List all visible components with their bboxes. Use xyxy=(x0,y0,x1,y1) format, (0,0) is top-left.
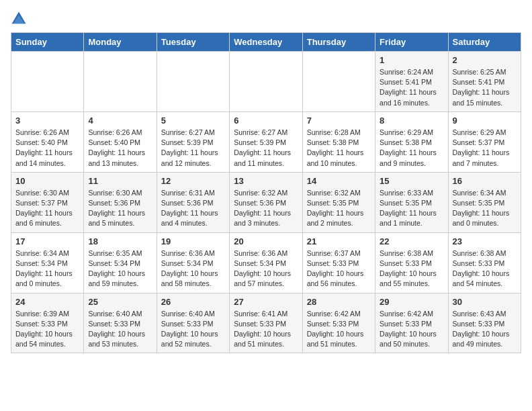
calendar-cell: 17Sunrise: 6:34 AM Sunset: 5:34 PM Dayli… xyxy=(11,232,84,293)
day-info: Sunrise: 6:38 AM Sunset: 5:33 PM Dayligh… xyxy=(380,248,443,289)
calendar-cell: 25Sunrise: 6:40 AM Sunset: 5:33 PM Dayli… xyxy=(84,293,157,353)
weekday-header-tuesday: Tuesday xyxy=(157,33,229,52)
calendar-cell: 4Sunrise: 6:26 AM Sunset: 5:40 PM Daylig… xyxy=(84,111,157,172)
day-number: 27 xyxy=(234,297,298,307)
page-header xyxy=(11,11,521,27)
day-number: 10 xyxy=(15,176,79,186)
day-info: Sunrise: 6:37 AM Sunset: 5:33 PM Dayligh… xyxy=(307,248,371,289)
calendar-cell: 23Sunrise: 6:38 AM Sunset: 5:33 PM Dayli… xyxy=(448,232,521,293)
weekday-header-sunday: Sunday xyxy=(11,33,84,52)
day-number: 17 xyxy=(15,236,79,246)
calendar-cell: 1Sunrise: 6:24 AM Sunset: 5:41 PM Daylig… xyxy=(375,52,448,112)
calendar-cell: 27Sunrise: 6:41 AM Sunset: 5:33 PM Dayli… xyxy=(230,293,302,353)
calendar-cell xyxy=(84,52,157,112)
calendar-cell: 26Sunrise: 6:40 AM Sunset: 5:33 PM Dayli… xyxy=(157,293,229,353)
calendar-cell: 3Sunrise: 6:26 AM Sunset: 5:40 PM Daylig… xyxy=(11,111,84,172)
day-info: Sunrise: 6:39 AM Sunset: 5:33 PM Dayligh… xyxy=(15,309,79,350)
calendar-cell: 9Sunrise: 6:29 AM Sunset: 5:37 PM Daylig… xyxy=(448,111,521,172)
day-info: Sunrise: 6:34 AM Sunset: 5:35 PM Dayligh… xyxy=(453,188,517,229)
calendar-week-5: 24Sunrise: 6:39 AM Sunset: 5:33 PM Dayli… xyxy=(11,293,521,353)
day-number: 19 xyxy=(161,236,225,246)
weekday-header-wednesday: Wednesday xyxy=(230,33,302,52)
calendar-cell: 11Sunrise: 6:30 AM Sunset: 5:36 PM Dayli… xyxy=(84,172,157,232)
calendar-cell: 10Sunrise: 6:30 AM Sunset: 5:37 PM Dayli… xyxy=(11,172,84,232)
weekday-header-row: SundayMondayTuesdayWednesdayThursdayFrid… xyxy=(11,33,521,52)
day-number: 18 xyxy=(88,236,152,246)
day-number: 16 xyxy=(453,176,517,186)
day-info: Sunrise: 6:30 AM Sunset: 5:37 PM Dayligh… xyxy=(15,188,79,229)
day-info: Sunrise: 6:33 AM Sunset: 5:35 PM Dayligh… xyxy=(380,188,443,229)
day-info: Sunrise: 6:43 AM Sunset: 5:33 PM Dayligh… xyxy=(453,309,517,350)
day-info: Sunrise: 6:24 AM Sunset: 5:41 PM Dayligh… xyxy=(380,67,443,108)
calendar-cell: 2Sunrise: 6:25 AM Sunset: 5:41 PM Daylig… xyxy=(448,52,521,112)
day-number: 7 xyxy=(307,116,371,126)
logo xyxy=(11,11,30,27)
day-number: 29 xyxy=(380,297,443,307)
day-number: 3 xyxy=(15,116,79,126)
day-number: 30 xyxy=(453,297,517,307)
day-number: 28 xyxy=(307,297,371,307)
weekday-header-saturday: Saturday xyxy=(448,33,521,52)
day-info: Sunrise: 6:38 AM Sunset: 5:33 PM Dayligh… xyxy=(453,248,517,289)
weekday-header-monday: Monday xyxy=(84,33,157,52)
weekday-header-thursday: Thursday xyxy=(302,33,375,52)
day-number: 9 xyxy=(453,116,517,126)
calendar-cell xyxy=(11,52,84,112)
day-number: 13 xyxy=(234,176,298,186)
day-number: 8 xyxy=(380,116,443,126)
day-info: Sunrise: 6:42 AM Sunset: 5:33 PM Dayligh… xyxy=(307,309,371,350)
day-number: 20 xyxy=(234,236,298,246)
weekday-header-friday: Friday xyxy=(375,33,448,52)
day-info: Sunrise: 6:31 AM Sunset: 5:36 PM Dayligh… xyxy=(161,188,225,229)
calendar-cell: 16Sunrise: 6:34 AM Sunset: 5:35 PM Dayli… xyxy=(448,172,521,232)
day-number: 21 xyxy=(307,236,371,246)
calendar-cell: 29Sunrise: 6:42 AM Sunset: 5:33 PM Dayli… xyxy=(375,293,448,353)
calendar-cell: 5Sunrise: 6:27 AM Sunset: 5:39 PM Daylig… xyxy=(157,111,229,172)
day-info: Sunrise: 6:32 AM Sunset: 5:35 PM Dayligh… xyxy=(307,188,371,229)
calendar-cell: 7Sunrise: 6:28 AM Sunset: 5:38 PM Daylig… xyxy=(302,111,375,172)
calendar-cell xyxy=(302,52,375,112)
day-info: Sunrise: 6:27 AM Sunset: 5:39 PM Dayligh… xyxy=(234,128,298,169)
day-number: 22 xyxy=(380,236,443,246)
day-number: 4 xyxy=(88,116,152,126)
day-number: 25 xyxy=(88,297,152,307)
day-number: 26 xyxy=(161,297,225,307)
day-info: Sunrise: 6:34 AM Sunset: 5:34 PM Dayligh… xyxy=(15,248,79,289)
day-info: Sunrise: 6:29 AM Sunset: 5:38 PM Dayligh… xyxy=(380,128,443,169)
day-info: Sunrise: 6:30 AM Sunset: 5:36 PM Dayligh… xyxy=(88,188,152,229)
day-info: Sunrise: 6:35 AM Sunset: 5:34 PM Dayligh… xyxy=(88,248,152,289)
day-info: Sunrise: 6:25 AM Sunset: 5:41 PM Dayligh… xyxy=(453,67,517,108)
day-number: 1 xyxy=(380,55,443,65)
calendar-cell: 24Sunrise: 6:39 AM Sunset: 5:33 PM Dayli… xyxy=(11,293,84,353)
calendar-cell: 6Sunrise: 6:27 AM Sunset: 5:39 PM Daylig… xyxy=(230,111,302,172)
calendar-cell: 20Sunrise: 6:36 AM Sunset: 5:34 PM Dayli… xyxy=(230,232,302,293)
day-info: Sunrise: 6:29 AM Sunset: 5:37 PM Dayligh… xyxy=(453,128,517,169)
calendar-cell xyxy=(230,52,302,112)
day-info: Sunrise: 6:27 AM Sunset: 5:39 PM Dayligh… xyxy=(161,128,225,169)
day-number: 12 xyxy=(161,176,225,186)
calendar-header: SundayMondayTuesdayWednesdayThursdayFrid… xyxy=(11,33,521,52)
day-info: Sunrise: 6:41 AM Sunset: 5:33 PM Dayligh… xyxy=(234,309,298,350)
calendar-cell: 14Sunrise: 6:32 AM Sunset: 5:35 PM Dayli… xyxy=(302,172,375,232)
calendar-week-3: 10Sunrise: 6:30 AM Sunset: 5:37 PM Dayli… xyxy=(11,172,521,232)
day-info: Sunrise: 6:40 AM Sunset: 5:33 PM Dayligh… xyxy=(161,309,225,350)
calendar-cell: 21Sunrise: 6:37 AM Sunset: 5:33 PM Dayli… xyxy=(302,232,375,293)
day-info: Sunrise: 6:36 AM Sunset: 5:34 PM Dayligh… xyxy=(161,248,225,289)
day-info: Sunrise: 6:32 AM Sunset: 5:36 PM Dayligh… xyxy=(234,188,298,229)
calendar-cell: 13Sunrise: 6:32 AM Sunset: 5:36 PM Dayli… xyxy=(230,172,302,232)
day-info: Sunrise: 6:40 AM Sunset: 5:33 PM Dayligh… xyxy=(88,309,152,350)
calendar-cell: 28Sunrise: 6:42 AM Sunset: 5:33 PM Dayli… xyxy=(302,293,375,353)
calendar-cell: 12Sunrise: 6:31 AM Sunset: 5:36 PM Dayli… xyxy=(157,172,229,232)
day-number: 6 xyxy=(234,116,298,126)
day-info: Sunrise: 6:28 AM Sunset: 5:38 PM Dayligh… xyxy=(307,128,371,169)
calendar-cell: 8Sunrise: 6:29 AM Sunset: 5:38 PM Daylig… xyxy=(375,111,448,172)
calendar-cell: 30Sunrise: 6:43 AM Sunset: 5:33 PM Dayli… xyxy=(448,293,521,353)
calendar-body: 1Sunrise: 6:24 AM Sunset: 5:41 PM Daylig… xyxy=(11,52,521,353)
calendar-cell: 19Sunrise: 6:36 AM Sunset: 5:34 PM Dayli… xyxy=(157,232,229,293)
calendar-week-1: 1Sunrise: 6:24 AM Sunset: 5:41 PM Daylig… xyxy=(11,52,521,112)
day-info: Sunrise: 6:26 AM Sunset: 5:40 PM Dayligh… xyxy=(88,128,152,169)
day-number: 15 xyxy=(380,176,443,186)
calendar-week-2: 3Sunrise: 6:26 AM Sunset: 5:40 PM Daylig… xyxy=(11,111,521,172)
day-number: 24 xyxy=(15,297,79,307)
day-number: 14 xyxy=(307,176,371,186)
